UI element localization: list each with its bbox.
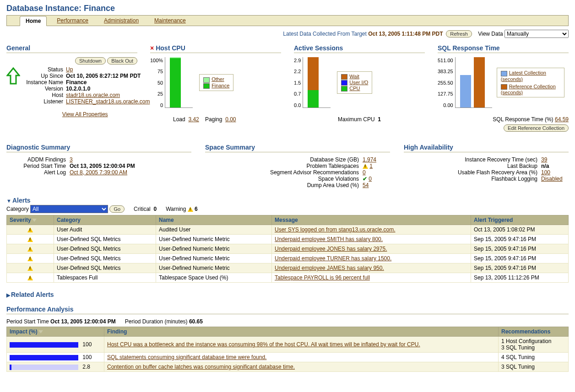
alert-category: Tablespaces Full xyxy=(54,273,156,283)
host-cpu-axis: 100%7550250 xyxy=(150,58,165,108)
host-cpu-chart xyxy=(165,57,193,108)
instance-recovery-link[interactable]: 39 xyxy=(541,156,547,163)
alert-message-link[interactable]: Underpaid employee JONES has salary 2975… xyxy=(275,246,387,252)
col-finding[interactable]: Finding xyxy=(104,327,499,337)
active-sessions-heading: Active Sessions xyxy=(294,44,425,52)
related-alerts-disclosure[interactable]: ▶Related Alerts xyxy=(6,291,569,298)
legend-latest-link[interactable]: Latest Collection (seconds) xyxy=(501,70,546,81)
paging-link[interactable]: 0.00 xyxy=(225,116,236,123)
view-data-label: View Data xyxy=(478,31,503,37)
alert-message-link[interactable]: Underpaid employee TURNER has salary 150… xyxy=(275,255,391,262)
col-recommendations[interactable]: Recommendations xyxy=(499,327,569,337)
warning-icon xyxy=(27,237,33,242)
recommendations-cell: 1 Host Configuration3 SQL Tuning xyxy=(499,337,569,353)
finding-link[interactable]: Contention on buffer cache latches was c… xyxy=(107,364,295,370)
view-data-select[interactable]: Manually xyxy=(504,30,569,38)
triangle-right-icon: ▶ xyxy=(6,292,10,298)
sql-response-pct-link[interactable]: 64.59 xyxy=(555,116,569,123)
sql-response-axis: 511.00383.25255.50127.750.00 xyxy=(438,58,455,108)
alerts-category-select[interactable]: All xyxy=(30,205,108,213)
sort-desc-icon xyxy=(38,330,43,333)
performance-table: Impact (%) Finding Recommendations 100Ho… xyxy=(6,327,569,372)
warning-icon xyxy=(27,227,33,232)
active-sessions-chart xyxy=(303,57,331,108)
col-alert-triggered[interactable]: Alert Triggered xyxy=(471,215,569,225)
col-impact[interactable]: Impact (%) xyxy=(7,327,104,337)
recommendations-cell: 3 SQL Tuning xyxy=(499,362,569,372)
host-cpu-legend: Other Finance xyxy=(199,74,233,91)
impact-cell: 2.8 xyxy=(7,362,104,372)
alert-name: User-Defined Numeric Metric xyxy=(156,263,272,273)
alert-name: Audited User xyxy=(156,225,272,235)
alert-message-link[interactable]: Underpaid employee JAMES has salary 950. xyxy=(275,265,384,271)
tab-maintenance[interactable]: Maintenance xyxy=(149,16,191,26)
listener-link[interactable]: LISTENER_stadr18.us.oracle.com xyxy=(66,98,150,105)
page-toolbar: Latest Data Collected From Target Oct 13… xyxy=(6,28,569,42)
alert-triggered: Sep 13, 2005 11:12:26 PM xyxy=(471,273,569,283)
alerts-go-button[interactable]: Go xyxy=(109,205,125,213)
finding-link[interactable]: SQL statements consuming significant dat… xyxy=(107,354,266,360)
alerts-disclosure[interactable]: ▼Alerts xyxy=(6,197,569,204)
alert-name: User-Defined Numeric Metric xyxy=(156,244,272,254)
perf-duration-value: 60.65 xyxy=(189,318,203,325)
dump-area-link[interactable]: 54 xyxy=(363,182,369,188)
warning-icon xyxy=(363,164,368,169)
instance-name-value: Finance xyxy=(66,79,150,86)
last-backup-value: n/a xyxy=(541,163,569,169)
shutdown-button[interactable]: Shutdown xyxy=(75,57,106,64)
alert-category: User-Defined SQL Metrics xyxy=(54,263,156,273)
table-row: User-Defined SQL MetricsUser-Defined Num… xyxy=(7,244,569,254)
alert-category: User Audit xyxy=(54,225,156,235)
view-all-properties-link[interactable]: View All Properties xyxy=(62,111,108,118)
warning-icon xyxy=(27,266,33,271)
high-availability-heading: High Availability xyxy=(404,144,569,151)
space-violations-link[interactable]: 0 xyxy=(369,176,372,182)
alert-message-link[interactable]: Underpaid employee SMITH has salary 800. xyxy=(275,236,383,242)
refresh-button[interactable]: Refresh xyxy=(446,30,472,38)
performance-analysis-heading: Performance Analysis xyxy=(6,306,569,313)
tab-performance[interactable]: Performance xyxy=(51,16,94,26)
perf-period-start-value: Oct 13, 2005 12:00:04 PM xyxy=(50,318,116,325)
addm-findings-link[interactable]: 3 xyxy=(70,156,73,163)
tab-administration[interactable]: Administration xyxy=(98,16,144,26)
col-name[interactable]: Name xyxy=(156,215,272,225)
legend-finance-link[interactable]: Finance xyxy=(212,83,229,88)
flashback-logging-link[interactable]: Disabled xyxy=(541,176,563,182)
legend-cpu-link[interactable]: CPU xyxy=(349,86,360,91)
alerts-table: Severity Category Name Message Alert Tri… xyxy=(6,215,569,283)
active-sessions-legend: Wait User I/O CPU xyxy=(337,71,372,94)
col-message[interactable]: Message xyxy=(272,215,471,225)
alert-message-link[interactable]: Tablespace PAYROLL is 96 percent full xyxy=(275,274,370,281)
legend-other-link[interactable]: Other xyxy=(212,76,224,82)
alert-category: User-Defined SQL Metrics xyxy=(54,244,156,254)
legend-wait-link[interactable]: Wait xyxy=(349,74,359,79)
segment-advisor-link[interactable]: 0 xyxy=(363,169,366,176)
legend-reference-link[interactable]: Reference Collection (seconds) xyxy=(501,84,556,95)
blackout-button[interactable]: Black Out xyxy=(107,57,137,64)
edit-reference-button[interactable]: Edit Reference Collection xyxy=(504,124,569,132)
max-cpu-value: 1 xyxy=(378,116,381,123)
warning-icon xyxy=(27,247,33,252)
load-link[interactable]: 3.42 xyxy=(188,116,199,123)
up-since-value: Oct 10, 2005 8:27:12 PM PDT xyxy=(66,73,150,79)
table-row: Tablespaces FullTablespace Space Used (%… xyxy=(7,273,569,283)
impact-cell: 100 xyxy=(7,353,104,362)
problem-ts-link[interactable]: 1 xyxy=(369,163,373,169)
alert-triggered: Sep 15, 2005 9:47:16 PM xyxy=(471,263,569,273)
alert-log-link[interactable]: Oct 8, 2005 7:39:00 AM xyxy=(70,169,127,176)
col-severity[interactable]: Severity xyxy=(7,215,54,225)
db-size-link[interactable]: 1.974 xyxy=(363,156,376,163)
tab-home[interactable]: Home xyxy=(20,16,47,26)
alert-name: User-Defined Numeric Metric xyxy=(156,235,272,244)
status-up-icon xyxy=(6,67,20,86)
status-link[interactable]: Up xyxy=(66,66,73,73)
alert-triggered: Sep 15, 2005 9:47:16 PM xyxy=(471,244,569,254)
finding-link[interactable]: Host CPU was a bottleneck and the instan… xyxy=(107,341,420,348)
table-row: 100Host CPU was a bottleneck and the ins… xyxy=(7,337,569,353)
flash-recovery-link[interactable]: 100 xyxy=(541,169,550,176)
col-category[interactable]: Category xyxy=(54,215,156,225)
alert-message-link[interactable]: User SYS logged on from stang13.us.oracl… xyxy=(275,226,395,233)
legend-userio-link[interactable]: User I/O xyxy=(349,80,368,85)
host-link[interactable]: stadr18.us.oracle.com xyxy=(66,92,120,98)
sort-desc-icon xyxy=(32,219,37,222)
